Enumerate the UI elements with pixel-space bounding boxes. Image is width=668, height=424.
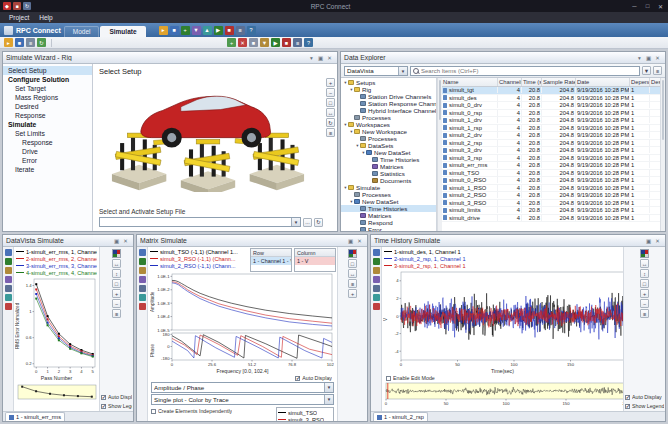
help-icon[interactable]: ? (247, 26, 256, 35)
paste-icon[interactable]: ▼ (260, 38, 269, 47)
options-icon[interactable]: ≡ (653, 66, 662, 75)
print-icon[interactable]: ≡ (26, 38, 35, 47)
wizard-step[interactable]: Drive (3, 147, 92, 156)
display-options-icon[interactable]: ≡ (112, 309, 121, 318)
chevron-down-icon[interactable]: ▼ (291, 218, 300, 226)
trace-palette-icon[interactable] (640, 249, 649, 258)
pin-icon[interactable]: ▣ (644, 55, 653, 61)
table-row[interactable]: simult_1_rsp 4 20.8 204.8 9/19/2016 10:2… (442, 125, 660, 133)
table-row[interactable]: simult_drive 4 20.8 204.8 9/19/2016 10:2… (442, 215, 660, 223)
file-icon[interactable] (5, 249, 12, 256)
legend-entry[interactable]: 2-simult_2_rsp, 1, Channel 1 (384, 255, 621, 262)
zoom-in-icon[interactable]: + (640, 289, 649, 298)
wizard-step[interactable]: Simulate (3, 120, 92, 129)
column-header[interactable]: Name (442, 78, 498, 86)
column-header[interactable]: Description (650, 78, 660, 86)
setup-file-combobox[interactable]: ▼ (99, 217, 301, 227)
chart-icon[interactable] (373, 258, 380, 265)
filter-icon[interactable]: ▼ (642, 66, 651, 75)
collapse-icon[interactable]: ▾ (635, 55, 644, 61)
frf-phase-chart[interactable]: -1800180025.651.276.8102.4 (156, 332, 334, 368)
tree-item[interactable]: ▾ New DataSet (341, 149, 436, 156)
open-setup-icon[interactable]: ▸ (159, 26, 168, 35)
table-row[interactable]: simult_2_rsp 4 20.8 204.8 9/19/2016 10:2… (442, 140, 660, 148)
copy-icon[interactable]: ■ (249, 38, 258, 47)
view-selector[interactable]: DataVista ▼ (344, 66, 408, 76)
zoom-x-icon[interactable]: ↔ (348, 269, 357, 278)
menu-item[interactable]: Help (34, 14, 57, 21)
legend-entry[interactable]: 2-simult_err_rms, 2, Channel 2 (16, 255, 97, 262)
legend-entry[interactable]: 3-simult_2_rsp, 1, Channel 1 (384, 262, 621, 269)
table-row[interactable]: simult_3_drv 4 20.8 204.8 9/19/2016 10:2… (442, 147, 660, 155)
browse-button[interactable]: ... (303, 218, 312, 227)
zoom-out-icon[interactable]: − (112, 299, 121, 308)
plot-mode-combobox[interactable]: Amplitude / Phase ▼ (151, 382, 334, 393)
print-icon[interactable] (5, 285, 12, 292)
display-options-icon[interactable]: ≡ (640, 309, 649, 318)
column-header[interactable]: Sample Rate (Hz) (542, 78, 576, 86)
table-icon[interactable] (139, 267, 146, 274)
zoom-fit-icon[interactable]: □ (326, 98, 335, 107)
tree-scrollbar[interactable] (437, 78, 442, 231)
table-row[interactable]: simult_0_drv 4 20.8 204.8 9/19/2016 10:2… (442, 102, 660, 110)
settings-icon[interactable] (139, 303, 146, 310)
close-icon[interactable]: ✕ (653, 238, 662, 244)
zoom-in-icon[interactable]: + (326, 78, 335, 87)
wizard-step[interactable]: Response (3, 138, 92, 147)
ribbon-tab[interactable]: Model (64, 26, 100, 37)
trace-palette-icon[interactable] (348, 249, 357, 258)
wizard-step[interactable]: Select Setup (3, 66, 92, 75)
chart-icon[interactable] (139, 258, 146, 265)
zoom-out-icon[interactable]: − (326, 88, 335, 97)
new-dataset-icon[interactable]: + (227, 38, 236, 47)
pin-icon[interactable]: ▣ (346, 238, 355, 244)
time-history-overview-strip[interactable]: 050100150200 (384, 382, 628, 406)
help-icon[interactable]: ? (304, 38, 313, 47)
delete-icon[interactable]: ✕ (238, 38, 247, 47)
table-row[interactable]: simult_2_RSO 4 20.8 204.8 9/19/2016 10:2… (442, 192, 660, 200)
table-row[interactable]: simult_2_drv 4 20.8 204.8 9/19/2016 10:2… (442, 132, 660, 140)
table-icon[interactable] (5, 267, 12, 274)
table-row[interactable]: simult_0_rsp 4 20.8 204.8 9/19/2016 10:2… (442, 110, 660, 118)
settings-icon[interactable] (5, 303, 12, 310)
close-icon[interactable]: ✕ (325, 55, 334, 61)
ribbon-tab[interactable]: Simulate (100, 26, 145, 37)
legend-entry[interactable]: simult_2_RSO (-1,1) (Chann... (150, 262, 247, 269)
stop-icon[interactable]: ■ (282, 38, 291, 47)
refresh-icon[interactable]: ↻ (37, 38, 46, 47)
layout-icon[interactable] (139, 276, 146, 283)
rms-overview-strip[interactable] (16, 383, 98, 401)
zoom-y-icon[interactable]: ↕ (640, 269, 649, 278)
time-history-chart[interactable]: -4-2024050100150200 (389, 270, 623, 368)
layout-icon[interactable]: ≡ (236, 26, 245, 35)
legend-entry[interactable]: 3-simult_err_rms, 3, Channel 3 (16, 262, 97, 269)
zoom-x-icon[interactable]: ↔ (112, 259, 121, 268)
chart-icon[interactable] (5, 258, 12, 265)
create-elements-checkbox[interactable]: Create Elements Independently (151, 408, 274, 414)
layout-icon[interactable] (373, 276, 380, 283)
show-legend-checkbox[interactable]: Show Legend (625, 403, 664, 409)
auto-display-checkbox[interactable]: Auto Display (101, 394, 132, 400)
plot-style-combobox[interactable]: Single plot - Color by Trace ▼ (151, 394, 334, 405)
tree-item[interactable]: ▾ New DataSet (341, 198, 436, 205)
print-icon[interactable] (373, 285, 380, 292)
wizard-step[interactable]: Configure Solution (3, 75, 92, 84)
new-process-icon[interactable]: + (181, 26, 190, 35)
tree-item[interactable]: Error (341, 226, 436, 231)
tree-item[interactable]: Station Response Channels (341, 100, 436, 107)
legend-entry[interactable]: simult_3_RSO (278, 416, 332, 422)
legend-entry[interactable]: simult_TSO (-1,1) (Channel 1... (150, 248, 247, 255)
import-icon[interactable]: ▼ (192, 26, 201, 35)
zoom-in-icon[interactable]: + (112, 289, 121, 298)
quick-save-icon[interactable]: ■ (13, 2, 21, 10)
legend-entry[interactable]: simult_3_RSO (-1,1) (Chann... (150, 255, 247, 262)
table-icon[interactable] (373, 267, 380, 274)
tree-item[interactable]: Documents (341, 177, 436, 184)
table-row[interactable]: simult_des 4 20.8 204.8 9/19/2016 10:28 … (442, 95, 660, 103)
auto-display-checkbox[interactable]: Auto Display (625, 394, 664, 400)
refresh-button[interactable]: ↻ (314, 218, 323, 227)
tree-item[interactable]: Processes (341, 135, 436, 142)
display-options-icon[interactable]: ≡ (348, 279, 357, 288)
zoom-box-icon[interactable]: □ (640, 279, 649, 288)
export-icon[interactable] (5, 294, 12, 301)
